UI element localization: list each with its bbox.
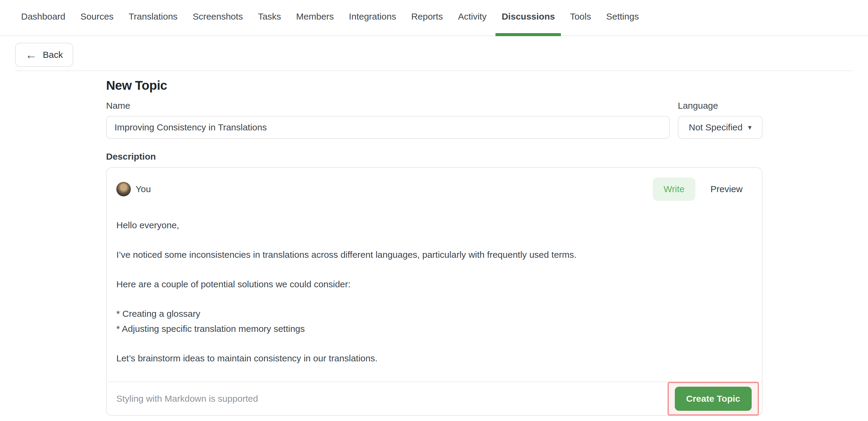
nav-tab[interactable]: Screenshots (187, 0, 249, 36)
editor-text-line: Hello everyone, (116, 218, 751, 233)
nav-tab[interactable]: Integrations (343, 0, 402, 36)
editor-text-line: Here are a couple of potential solutions… (116, 277, 751, 292)
language-label: Language (678, 101, 763, 111)
new-topic-form: New Topic Name Language Not Specified ▾ … (106, 78, 763, 416)
nav-tab[interactable]: Translations (123, 0, 184, 36)
editor-text-line: Let’s brainstorm ideas to maintain consi… (116, 351, 751, 366)
back-button[interactable]: ← Back (15, 43, 73, 67)
name-field-group: Name (106, 101, 670, 139)
name-label: Name (106, 101, 670, 111)
nav-tab[interactable]: Activity (452, 0, 493, 36)
language-field-group: Language Not Specified ▾ (678, 101, 763, 139)
nav-tab[interactable]: Sources (74, 0, 120, 36)
nav-tab[interactable]: Discussions (495, 0, 561, 36)
editor-tabs: Write Preview (653, 177, 743, 201)
editor-text-line: I’ve noticed some inconsistencies in tra… (116, 247, 751, 262)
editor-footer: Styling with Markdown is supported Creat… (107, 382, 762, 415)
page-title: New Topic (106, 78, 763, 93)
tab-write[interactable]: Write (653, 177, 695, 201)
annotation-highlight-box: Create Topic (668, 382, 759, 416)
editor-header: You Write Preview (107, 168, 762, 201)
nav-tab[interactable]: Members (290, 0, 340, 36)
chevron-down-icon: ▾ (748, 123, 752, 132)
back-row: ← Back (0, 36, 868, 67)
author: You (116, 182, 151, 196)
nav-tab[interactable]: Dashboard (15, 0, 71, 36)
topic-name-input[interactable] (106, 116, 670, 139)
nav-tab[interactable]: Tasks (252, 0, 287, 36)
markdown-hint: Styling with Markdown is supported (116, 394, 258, 404)
description-label: Description (106, 152, 763, 162)
author-name: You (135, 184, 151, 194)
tab-preview[interactable]: Preview (710, 184, 743, 194)
editor-text-line: * Creating a glossary (116, 306, 751, 321)
section-divider (16, 70, 852, 71)
form-row: Name Language Not Specified ▾ (106, 101, 763, 139)
arrow-left-icon: ← (25, 49, 37, 61)
language-dropdown[interactable]: Not Specified ▾ (678, 116, 763, 139)
project-nav: DashboardSourcesTranslationsScreenshotsT… (0, 0, 868, 36)
editor-text-line: * Adjusting specific translation memory … (116, 321, 751, 336)
markdown-editor[interactable]: Hello everyone,I’ve noticed some inconsi… (107, 201, 762, 382)
description-editor-card: You Write Preview Hello everyone,I’ve no… (106, 167, 763, 416)
language-dropdown-value: Not Specified (689, 122, 742, 132)
nav-tab[interactable]: Reports (405, 0, 449, 36)
back-button-label: Back (43, 50, 63, 60)
create-topic-button[interactable]: Create Topic (675, 387, 752, 411)
nav-tab[interactable]: Settings (600, 0, 645, 36)
user-avatar (116, 182, 131, 196)
nav-tab[interactable]: Tools (564, 0, 597, 36)
